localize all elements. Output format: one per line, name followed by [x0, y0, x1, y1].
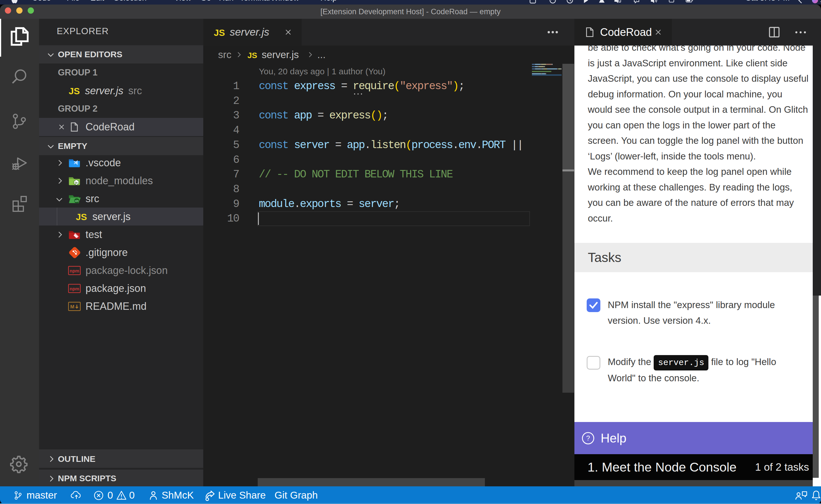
svg-text:?: ? — [636, 0, 638, 2]
svg-text:</>: </> — [75, 199, 79, 202]
svg-text:?: ? — [586, 434, 590, 442]
svg-text:M: M — [70, 304, 74, 310]
svg-text:js: js — [75, 181, 77, 184]
svg-text:npm: npm — [70, 269, 79, 273]
svg-text:npm: npm — [70, 286, 79, 291]
